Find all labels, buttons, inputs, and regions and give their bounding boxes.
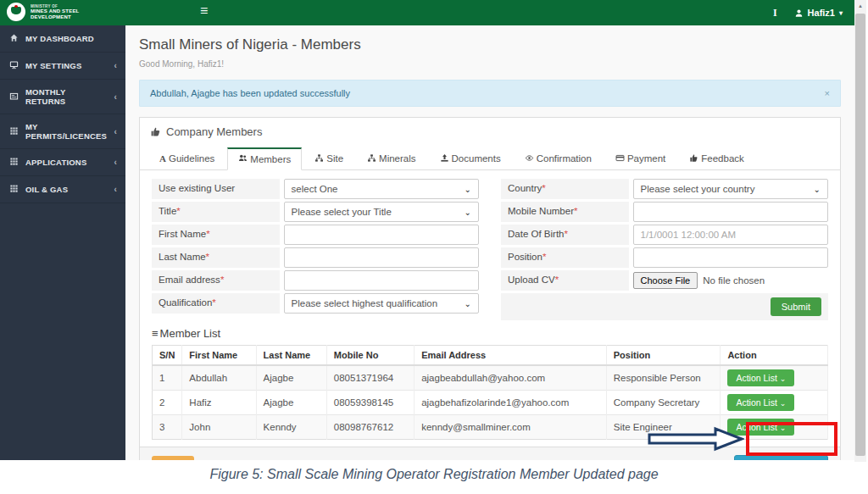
position-input[interactable] bbox=[633, 247, 828, 268]
user-icon bbox=[794, 8, 804, 18]
close-icon[interactable]: × bbox=[825, 88, 830, 98]
success-alert: Abdullah, Ajagbe has been updated succes… bbox=[139, 80, 841, 107]
email-address-input[interactable] bbox=[284, 270, 479, 291]
back-button[interactable]: Back bbox=[152, 456, 194, 460]
tab-feedback[interactable]: Feedback bbox=[678, 147, 755, 170]
select-caret-icon: ⌄ bbox=[465, 299, 471, 308]
greeting-text: Good Morning, Hafiz1! bbox=[139, 59, 841, 69]
action-list-button[interactable]: Action List⌄ bbox=[727, 394, 794, 411]
use-existing-user-select[interactable]: select One⌄ bbox=[284, 179, 479, 199]
tab-guidelines[interactable]: AGuidelines bbox=[148, 147, 225, 170]
user-menu[interactable]: Hafiz1 ▾ bbox=[794, 8, 843, 18]
brand[interactable]: MINISTRY OF MINES AND STEEL DEVELOPMENT bbox=[7, 3, 79, 21]
field-control: Please select your Title⌄ bbox=[284, 202, 479, 222]
sidebar-item-label: MY DASHBOARD bbox=[25, 34, 94, 43]
submit-button[interactable]: Submit bbox=[771, 297, 821, 316]
scroll-up-arrow-icon[interactable]: ▴ bbox=[854, 0, 866, 12]
returns-icon bbox=[8, 92, 19, 103]
field-label: Use existing User bbox=[152, 179, 280, 199]
table-cell: Ajagbe bbox=[256, 391, 326, 415]
choose-file-button[interactable]: Choose File bbox=[633, 272, 698, 289]
brand-text: MINISTRY OF MINES AND STEEL DEVELOPMENT bbox=[31, 4, 79, 20]
member-list-section: ≡ Member List S/NFirst NameLast NameMobi… bbox=[140, 324, 840, 440]
chevron-left-icon: ‹ bbox=[114, 61, 117, 70]
upload-icon bbox=[440, 153, 449, 164]
thumbs-up-icon bbox=[150, 126, 161, 137]
table-cell: 2 bbox=[153, 391, 182, 415]
form-row-first-name: First Name* bbox=[152, 225, 479, 245]
screenshot-root: MINISTRY OF MINES AND STEEL DEVELOPMENT … bbox=[0, 0, 868, 462]
mobile-number-input[interactable] bbox=[633, 202, 828, 222]
caret-down-icon: ⌄ bbox=[780, 399, 787, 408]
table-cell: John bbox=[182, 415, 256, 440]
sidebar-item-applications[interactable]: APPLICATIONS‹ bbox=[0, 149, 125, 176]
grid-icon bbox=[8, 157, 19, 168]
column-header-position: Position bbox=[606, 346, 721, 366]
info-icon[interactable]: I bbox=[773, 7, 777, 19]
required-asterisk: * bbox=[555, 275, 559, 285]
tab-site[interactable]: Site bbox=[303, 147, 354, 170]
tab-members[interactable]: Members bbox=[227, 147, 302, 170]
tab-label: Confirmation bbox=[537, 153, 592, 164]
table-cell: Kenndy bbox=[256, 415, 326, 440]
last-name-input[interactable] bbox=[284, 247, 479, 268]
table-cell: Responsible Person bbox=[606, 365, 721, 391]
title-select[interactable]: Please select your Title⌄ bbox=[284, 202, 479, 222]
scrollbar[interactable]: ▴ bbox=[854, 0, 866, 462]
field-label: Upload CV* bbox=[501, 270, 629, 291]
tab-documents[interactable]: Documents bbox=[429, 147, 512, 170]
tab-payment[interactable]: Payment bbox=[604, 147, 676, 170]
top-navbar: MINISTRY OF MINES AND STEEL DEVELOPMENT … bbox=[0, 0, 854, 25]
form-row-qualification: Qualification*Please select highest qual… bbox=[152, 293, 479, 314]
table-cell: 08051371964 bbox=[326, 365, 414, 391]
column-header-action: Action bbox=[721, 346, 828, 366]
table-cell: kenndy@smallminer.com bbox=[415, 415, 607, 440]
hamburger-icon[interactable]: ≡ bbox=[200, 3, 208, 19]
company-members-panel: Company Members AGuidelinesMembersSiteMi… bbox=[139, 117, 841, 460]
tab-label: Members bbox=[250, 154, 291, 164]
required-asterisk: * bbox=[542, 183, 545, 193]
scrollbar-thumb[interactable] bbox=[855, 14, 865, 456]
sidebar-item-label: MONTHLY RETURNS bbox=[25, 87, 107, 106]
qualification-select[interactable]: Please select highest qualification⌄ bbox=[284, 293, 479, 314]
caret-down-icon: ⌄ bbox=[780, 375, 787, 383]
form-row-country: Country*Please select your country⌄ bbox=[501, 179, 828, 199]
required-asterisk: * bbox=[212, 297, 215, 308]
field-label: Position* bbox=[501, 247, 629, 268]
required-asterisk: * bbox=[220, 275, 224, 285]
first-name-input[interactable] bbox=[284, 225, 479, 245]
table-cell: Abdullah bbox=[182, 365, 256, 391]
sidebar-item-my-dashboard[interactable]: MY DASHBOARD bbox=[0, 25, 125, 53]
member-form: Use existing Userselect One⌄Title*Please… bbox=[140, 170, 840, 324]
grid-icon bbox=[8, 184, 19, 195]
sidebar-item-my-permits-licences[interactable]: MY PERMITS/LICENCES‹ bbox=[0, 114, 125, 149]
sidebar-item-my-settings[interactable]: MY SETTINGS‹ bbox=[0, 53, 125, 80]
field-label: Qualification* bbox=[152, 293, 280, 314]
sidebar-item-oil-gas[interactable]: OIL & GAS‹ bbox=[0, 176, 125, 203]
top-right-cluster: I Hafiz1 ▾ bbox=[773, 0, 843, 25]
sidebar-item-monthly-returns[interactable]: MONTHLY RETURNS‹ bbox=[0, 80, 125, 114]
tab-minerals[interactable]: Minerals bbox=[356, 147, 426, 170]
tab-label: Guidelines bbox=[169, 153, 214, 164]
alert-message: Abdullah, Ajagbe has been updated succes… bbox=[150, 88, 350, 98]
page-title: Small Miners of Nigeria - Members bbox=[139, 36, 841, 53]
date-of-birth-input[interactable] bbox=[633, 225, 828, 245]
field-label: Last Name* bbox=[152, 247, 280, 268]
form-row-use-existing-user: Use existing Userselect One⌄ bbox=[152, 179, 479, 199]
required-asterisk: * bbox=[564, 229, 567, 239]
sidebar-item-label: APPLICATIONS bbox=[25, 158, 86, 167]
user-name: Hafiz1 bbox=[808, 8, 835, 18]
required-asterisk: * bbox=[206, 252, 209, 262]
table-cell: ajagbeabdullah@yahoo.com bbox=[415, 365, 607, 391]
field-control: select One⌄ bbox=[284, 179, 479, 199]
main-content: Small Miners of Nigeria - Members Good M… bbox=[125, 25, 854, 460]
action-list-button[interactable]: Action List⌄ bbox=[727, 369, 794, 386]
select-value: select One bbox=[292, 184, 338, 194]
file-status-text: No file chosen bbox=[703, 275, 765, 286]
required-asterisk: * bbox=[542, 252, 546, 262]
table-cell: 1 bbox=[153, 365, 182, 391]
column-header-email-address: Email Address bbox=[415, 346, 607, 366]
country-select[interactable]: Please select your country⌄ bbox=[633, 179, 828, 199]
tab-confirmation[interactable]: Confirmation bbox=[514, 147, 603, 170]
field-label: Email address* bbox=[152, 270, 280, 291]
